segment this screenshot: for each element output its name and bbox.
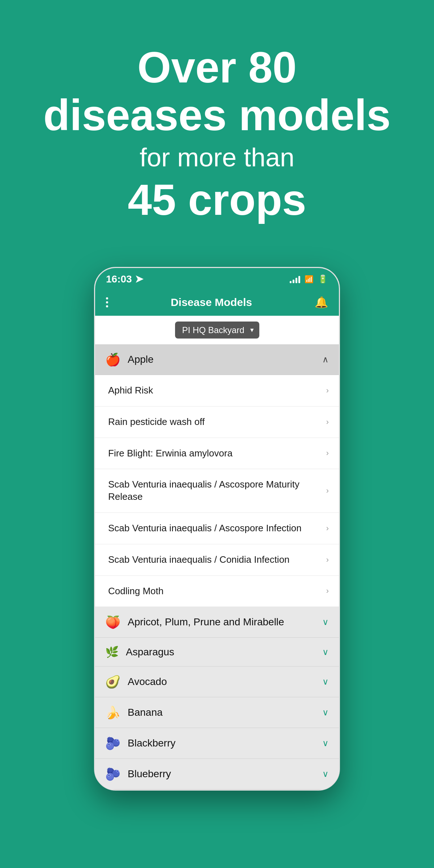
asparagus-icon: 🌿: [105, 646, 119, 658]
blueberry-crop-header[interactable]: 🫐 Blueberry ∨: [95, 759, 339, 790]
banana-name: Banana: [128, 707, 163, 718]
apricot-name: Apricot, Plum, Prune and Mirabelle: [128, 616, 284, 628]
disease-name-scab-maturity: Scab Venturia inaequalis / Ascospore Mat…: [108, 478, 326, 503]
arrow-right-icon: ›: [326, 486, 329, 495]
status-icons: 📶 🔋: [290, 275, 328, 284]
signal-icon: [290, 275, 300, 283]
blueberry-header-left: 🫐 Blueberry: [105, 767, 171, 781]
disease-name-rain: Rain pesticide wash off: [108, 416, 326, 428]
banana-header-left: 🍌 Banana: [105, 705, 163, 720]
dropdown-row: PI HQ Backyard: [95, 316, 339, 344]
disease-item-scab-infection[interactable]: Scab Venturia inaequalis / Ascospore Inf…: [95, 513, 339, 544]
status-time: 16:03 ➤: [106, 273, 143, 285]
list-content: 🍎 Apple ∧ Aphid Risk › Rain pesticide wa…: [95, 344, 339, 790]
apple-name: Apple: [128, 354, 154, 365]
disease-item-codling[interactable]: Codling Moth ›: [95, 576, 339, 607]
banana-chevron-down-icon: ∨: [322, 707, 329, 718]
asparagus-crop-header[interactable]: 🌿 Asparagus ∨: [95, 638, 339, 667]
asparagus-name: Asparagus: [126, 646, 174, 658]
arrow-right-icon: ›: [326, 417, 329, 427]
avocado-name: Avocado: [128, 676, 167, 688]
hero-line3: for more than: [140, 142, 294, 172]
arrow-right-icon: ›: [326, 586, 329, 596]
blueberry-name: Blueberry: [128, 768, 171, 780]
apple-crop-header[interactable]: 🍎 Apple ∧: [95, 344, 339, 375]
hero-section: Over 80 diseases models for more than 45…: [0, 0, 434, 252]
avocado-chevron-down-icon: ∨: [322, 677, 329, 687]
avocado-header-left: 🥑 Avocado: [105, 675, 167, 689]
disease-item-scab-conidia[interactable]: Scab Venturia inaequalis / Conidia Infec…: [95, 544, 339, 576]
battery-icon: 🔋: [318, 275, 328, 284]
avocado-icon: 🥑: [105, 675, 120, 689]
disease-name-scab-conidia: Scab Venturia inaequalis / Conidia Infec…: [108, 554, 326, 566]
apple-chevron-up-icon: ∧: [322, 354, 329, 365]
disease-item-scab-maturity[interactable]: Scab Venturia inaequalis / Ascospore Mat…: [95, 469, 339, 513]
arrow-right-icon: ›: [326, 555, 329, 565]
menu-button[interactable]: [106, 297, 108, 307]
blackberry-icon: 🫐: [105, 736, 120, 750]
wifi-icon: 📶: [305, 275, 314, 284]
blackberry-name: Blackberry: [128, 737, 175, 749]
location-icon: ➤: [135, 273, 143, 285]
bell-icon[interactable]: 🔔: [315, 296, 328, 309]
apricot-header-left: 🍑 Apricot, Plum, Prune and Mirabelle: [105, 615, 284, 629]
arrow-right-icon: ›: [326, 448, 329, 458]
blackberry-chevron-down-icon: ∨: [322, 738, 329, 748]
disease-name-fireblight: Fire Blight: Erwinia amylovora: [108, 447, 326, 460]
disease-name-scab-infection: Scab Venturia inaequalis / Ascospore Inf…: [108, 522, 326, 535]
blackberry-header-left: 🫐 Blackberry: [105, 736, 175, 750]
disease-item-aphid[interactable]: Aphid Risk ›: [95, 375, 339, 407]
disease-item-rain[interactable]: Rain pesticide wash off ›: [95, 407, 339, 438]
status-bar: 16:03 ➤ 📶 🔋: [95, 268, 339, 290]
arrow-right-icon: ›: [326, 524, 329, 533]
banana-crop-header[interactable]: 🍌 Banana ∨: [95, 697, 339, 728]
asparagus-chevron-down-icon: ∨: [322, 647, 329, 657]
location-dropdown-wrapper: PI HQ Backyard: [175, 322, 259, 339]
apricot-crop-header[interactable]: 🍑 Apricot, Plum, Prune and Mirabelle ∨: [95, 607, 339, 638]
blueberry-icon: 🫐: [105, 767, 120, 781]
hero-line2: diseases models: [43, 91, 391, 139]
app-bar: Disease Models 🔔: [95, 290, 339, 316]
hero-line1: Over 80: [137, 43, 297, 91]
location-dropdown[interactable]: PI HQ Backyard: [175, 322, 259, 339]
phone-mockup: 16:03 ➤ 📶 🔋 Disease Models: [0, 252, 434, 791]
apple-icon: 🍎: [105, 352, 120, 367]
disease-name-codling: Codling Moth: [108, 585, 326, 597]
disease-name-aphid: Aphid Risk: [108, 384, 326, 397]
apricot-chevron-down-icon: ∨: [322, 617, 329, 627]
hero-line4: 45 crops: [128, 176, 306, 224]
app-title: Disease Models: [171, 296, 252, 309]
blueberry-chevron-down-icon: ∨: [322, 769, 329, 779]
phone-frame: 16:03 ➤ 📶 🔋 Disease Models: [94, 267, 340, 791]
apricot-icon: 🍑: [105, 615, 120, 629]
asparagus-header-left: 🌿 Asparagus: [105, 646, 174, 658]
arrow-right-icon: ›: [326, 386, 329, 395]
disease-item-fireblight[interactable]: Fire Blight: Erwinia amylovora ›: [95, 438, 339, 469]
apple-header-left: 🍎 Apple: [105, 352, 154, 367]
avocado-crop-header[interactable]: 🥑 Avocado ∨: [95, 667, 339, 697]
banana-icon: 🍌: [105, 705, 120, 720]
blackberry-crop-header[interactable]: 🫐 Blackberry ∨: [95, 728, 339, 759]
